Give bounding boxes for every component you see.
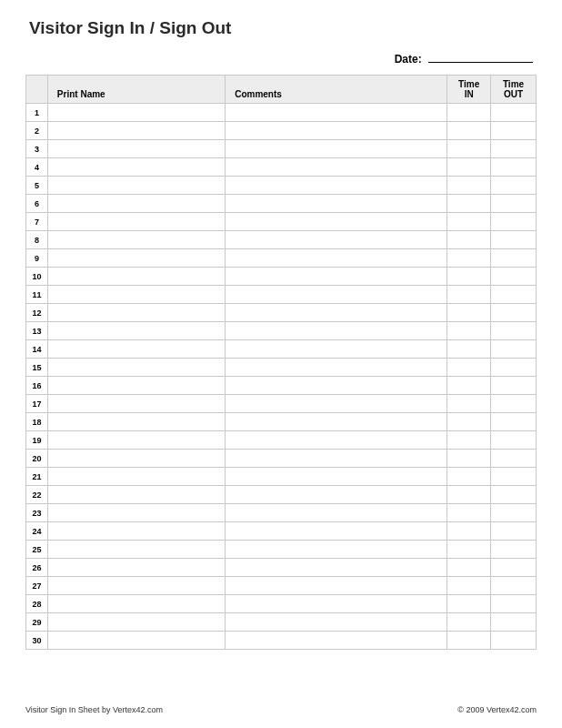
cell [226,486,447,504]
cell [447,613,491,632]
cell [491,413,537,431]
row-number: 8 [26,231,48,249]
row-number: 18 [26,413,48,431]
cell [47,486,225,504]
table-row: 18 [26,413,537,431]
cell [491,522,537,541]
cell [47,577,225,595]
date-row: Date: [25,53,537,66]
cell [491,486,537,504]
row-number: 21 [26,468,48,486]
cell [447,249,491,268]
cell [47,195,225,213]
cell [491,595,537,613]
cell [226,595,447,613]
cell [47,140,225,158]
cell [47,268,225,286]
cell [226,195,447,213]
row-number: 20 [26,450,48,468]
cell [491,577,537,595]
cell [491,177,537,195]
cell [447,541,491,559]
cell [47,377,225,395]
table-row: 14 [26,340,537,359]
cell [226,377,447,395]
row-number: 23 [26,504,48,522]
table-row: 30 [26,632,537,650]
cell [47,304,225,322]
row-number: 6 [26,195,48,213]
cell [226,122,447,140]
cell [447,377,491,395]
cell [226,504,447,522]
cell [447,340,491,359]
cell [47,177,225,195]
cell [447,213,491,231]
col-header-time-in: Time IN [447,76,491,104]
cell [226,468,447,486]
row-number: 19 [26,431,48,450]
footer-right: © 2009 Vertex42.com [457,705,537,714]
cell [447,304,491,322]
table-row: 11 [26,286,537,304]
cell [47,541,225,559]
table-row: 8 [26,231,537,249]
cell [47,504,225,522]
cell [447,195,491,213]
table-row: 1 [26,104,537,122]
row-number: 3 [26,140,48,158]
cell [491,450,537,468]
cell [226,359,447,377]
row-number: 25 [26,541,48,559]
cell [491,213,537,231]
cell [47,104,225,122]
row-number: 14 [26,340,48,359]
table-row: 21 [26,468,537,486]
table-row: 17 [26,395,537,413]
cell [491,613,537,632]
row-number: 11 [26,286,48,304]
table-row: 16 [26,377,537,395]
cell [47,595,225,613]
cell [447,268,491,286]
cell [447,177,491,195]
cell [491,268,537,286]
cell [491,559,537,577]
cell [491,122,537,140]
cell [491,395,537,413]
cell [47,158,225,177]
row-number: 16 [26,377,48,395]
table-row: 2 [26,122,537,140]
cell [47,450,225,468]
row-number: 17 [26,395,48,413]
cell [491,322,537,340]
row-number: 10 [26,268,48,286]
cell [226,559,447,577]
footer: Visitor Sign In Sheet by Vertex42.com © … [25,705,537,714]
cell [491,632,537,650]
row-number: 2 [26,122,48,140]
table-row: 27 [26,577,537,595]
cell [226,577,447,595]
cell [226,322,447,340]
cell [226,413,447,431]
row-number: 27 [26,577,48,595]
cell [447,504,491,522]
cell [447,286,491,304]
cell [447,595,491,613]
date-line [428,62,533,63]
row-number: 15 [26,359,48,377]
cell [226,632,447,650]
cell [47,632,225,650]
cell [447,395,491,413]
cell [47,413,225,431]
cell [47,286,225,304]
cell [447,231,491,249]
table-row: 3 [26,140,537,158]
cell [491,340,537,359]
row-number: 9 [26,249,48,268]
cell [47,395,225,413]
cell [447,522,491,541]
cell [447,577,491,595]
row-number: 13 [26,322,48,340]
